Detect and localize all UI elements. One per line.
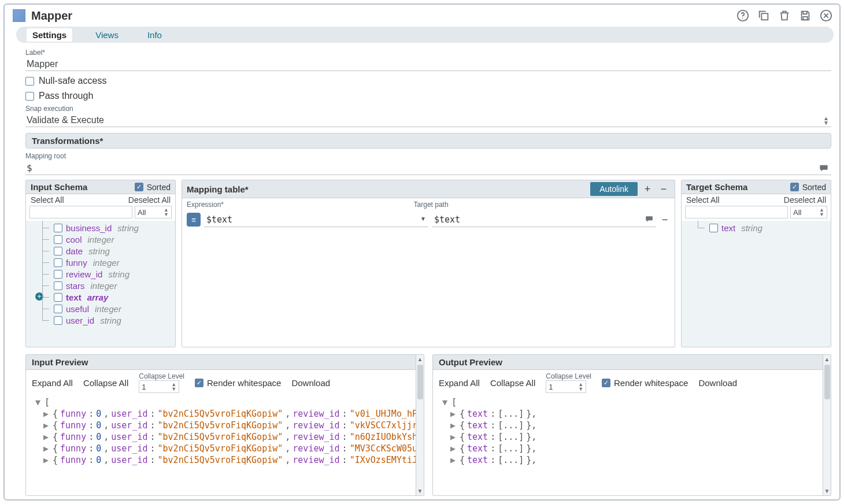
tab-views[interactable]: Views [90, 28, 124, 42]
row-delete-icon[interactable]: − [660, 214, 670, 226]
snap-exec-caption: Snap execution [25, 105, 831, 113]
schema-item-checkbox[interactable] [54, 293, 62, 302]
schema-item-text[interactable]: +textarray [36, 291, 173, 303]
remove-row-icon[interactable]: − [657, 183, 670, 195]
schema-item-checkbox[interactable] [54, 258, 62, 267]
schema-item-user_id[interactable]: user_idstring [36, 314, 173, 326]
input-preview-scrollbar[interactable]: ▲▼ [416, 355, 424, 495]
null-safe-checkbox[interactable] [25, 77, 34, 86]
schema-item-checkbox[interactable] [54, 316, 62, 325]
output-render-ws-label: Render whitespace [614, 378, 688, 388]
suggest-icon[interactable] [645, 215, 654, 225]
save-icon[interactable] [798, 8, 813, 23]
schema-item-name: cool [66, 235, 82, 244]
schema-item-checkbox[interactable] [54, 270, 62, 279]
copy-icon[interactable] [756, 8, 771, 23]
preview-row[interactable]: ▶{funny: 0, user_id: "bv2nCi5Qv5vroFiqKG… [32, 454, 420, 466]
schema-item-stars[interactable]: starsinteger [36, 280, 173, 291]
schema-item-useful[interactable]: usefulinteger [36, 303, 173, 314]
caret-right-icon[interactable]: ▶ [43, 409, 50, 419]
svg-rect-2 [761, 13, 768, 20]
schema-item-checkbox[interactable] [709, 224, 718, 232]
pass-through-checkbox[interactable] [25, 92, 34, 101]
target-schema-filter[interactable] [685, 206, 788, 218]
preview-row[interactable]: ▶{text: [...]}, [439, 443, 827, 454]
input-schema-filter[interactable] [29, 206, 132, 218]
caret-right-icon[interactable]: ▶ [450, 420, 457, 431]
preview-row[interactable]: ▶{text: [...]}, [439, 454, 827, 466]
schema-item-checkbox[interactable] [54, 305, 62, 313]
input-collapse-level[interactable]: 1 ▲▼ [139, 380, 179, 393]
output-collapse-level[interactable]: 1 ▲▼ [546, 380, 586, 393]
target-deselect-all[interactable]: Deselect All [784, 195, 826, 205]
schema-item-checkbox[interactable] [54, 247, 62, 255]
schema-item-checkbox[interactable] [54, 224, 62, 232]
expression-toggle-icon[interactable]: = [187, 213, 201, 227]
close-icon[interactable] [819, 8, 834, 23]
schema-item-type: integer [91, 281, 117, 291]
snap-exec-select[interactable] [25, 114, 831, 127]
caret-right-icon[interactable]: ▶ [43, 420, 50, 431]
caret-down-icon[interactable]: ▼ [442, 397, 449, 407]
caret-right-icon[interactable]: ▶ [450, 455, 457, 465]
help-icon[interactable] [735, 8, 750, 23]
autolink-button[interactable]: Autolink [590, 182, 638, 196]
caret-right-icon[interactable]: ▶ [43, 432, 50, 442]
schema-item-checkbox[interactable] [54, 281, 62, 290]
preview-row[interactable]: ▶{funny: 0, user_id: "bv2nCi5Qv5vroFiqKG… [32, 408, 420, 420]
schema-item-date[interactable]: datestring [36, 245, 173, 257]
delete-icon[interactable] [777, 8, 792, 23]
schema-item-type: string [100, 316, 121, 325]
input-sorted-checkbox[interactable] [135, 183, 143, 191]
schema-item-checkbox[interactable] [54, 235, 62, 244]
input-collapse-all[interactable]: Collapse All [83, 378, 128, 388]
input-render-ws-checkbox[interactable] [195, 379, 203, 387]
input-deselect-all[interactable]: Deselect All [128, 195, 171, 205]
schema-item-cool[interactable]: coolinteger [36, 234, 173, 245]
target-select-all[interactable]: Select All [686, 195, 720, 205]
output-download[interactable]: Download [698, 378, 737, 388]
preview-row[interactable]: ▶{funny: 0, user_id: "bv2nCi5Qv5vroFiqKG… [32, 443, 420, 454]
target-type-filter[interactable]: All ▲▼ [790, 206, 827, 218]
expression-input[interactable] [204, 212, 428, 227]
input-select-all[interactable]: Select All [31, 195, 64, 205]
schema-item-text[interactable]: textstring [692, 222, 828, 234]
caret-right-icon[interactable]: ▶ [43, 443, 50, 454]
mapping-root-input[interactable] [25, 161, 831, 175]
preview-row[interactable]: ▶{text: [...]}, [439, 420, 827, 431]
schema-item-funny[interactable]: funnyinteger [36, 257, 173, 268]
schema-item-business_id[interactable]: business_idstring [36, 222, 173, 234]
caret-right-icon[interactable]: ▶ [43, 455, 50, 465]
target-path-input[interactable] [432, 212, 656, 227]
output-expand-all[interactable]: Expand All [439, 378, 480, 388]
mapping-root-caption: Mapping root [25, 152, 831, 160]
preview-row[interactable]: ▶{funny: 0, user_id: "bv2nCi5Qv5vroFiqKG… [32, 420, 420, 431]
preview-row[interactable]: ▶{text: [...]}, [439, 431, 827, 443]
target-sorted-checkbox[interactable] [790, 183, 799, 191]
caret-right-icon[interactable]: ▶ [450, 443, 457, 454]
caret-right-icon[interactable]: ▶ [450, 432, 457, 442]
input-expand-all[interactable]: Expand All [32, 378, 73, 388]
tab-info[interactable]: Info [142, 28, 168, 42]
output-preview-scrollbar[interactable]: ▲▼ [823, 355, 831, 495]
caret-right-icon[interactable]: ▶ [450, 409, 457, 419]
tab-settings[interactable]: Settings [27, 28, 72, 42]
mapping-table-title: Mapping table* [187, 184, 249, 194]
label-input[interactable] [25, 58, 831, 71]
input-type-filter[interactable]: All ▲▼ [135, 206, 172, 218]
preview-row[interactable]: ▶{funny: 0, user_id: "bv2nCi5Qv5vroFiqKG… [32, 431, 420, 443]
schema-item-name: funny [66, 258, 87, 268]
output-collapse-all[interactable]: Collapse All [490, 378, 535, 388]
output-preview-title: Output Preview [439, 357, 502, 367]
input-schema-title: Input Schema [31, 182, 87, 192]
schema-item-name: text [721, 223, 735, 233]
preview-row[interactable]: ▶{text: [...]}, [439, 408, 827, 420]
svg-point-1 [742, 18, 743, 19]
add-row-icon[interactable]: + [641, 183, 654, 195]
suggest-icon[interactable] [819, 164, 829, 175]
input-download[interactable]: Download [291, 378, 330, 388]
schema-item-type: string [88, 246, 110, 256]
caret-down-icon[interactable]: ▼ [35, 397, 42, 407]
schema-item-review_id[interactable]: review_idstring [36, 268, 173, 280]
output-render-ws-checkbox[interactable] [602, 379, 610, 387]
